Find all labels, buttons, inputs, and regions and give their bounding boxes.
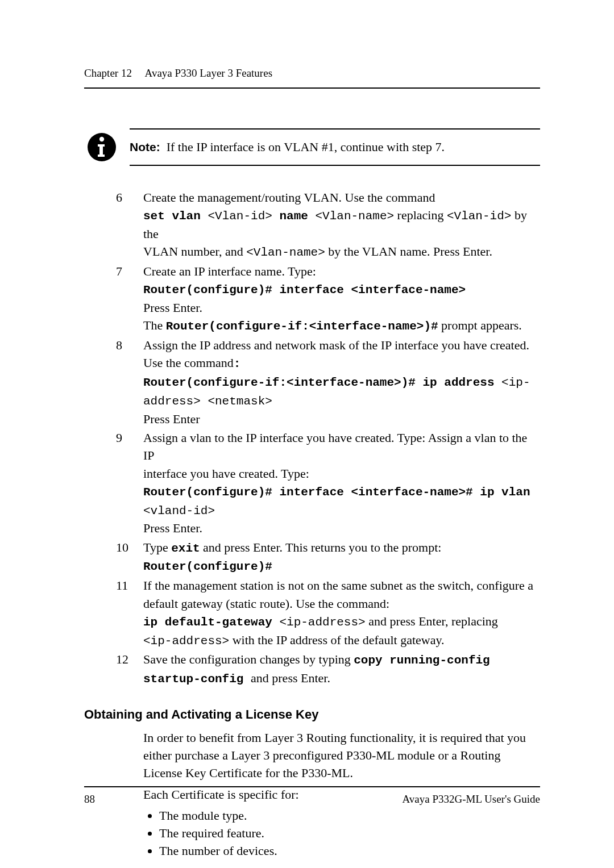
- cmd-placeholder: address> <netmask>: [143, 395, 272, 408]
- cmd-text: Router(configure)# interface <interface-…: [143, 486, 530, 499]
- list-item: The number of devices.: [159, 842, 540, 859]
- step-text: Press Enter.: [143, 301, 202, 315]
- cmd-placeholder: <ip-: [501, 376, 530, 389]
- page-footer: 88 Avaya P332G-ML User's Guide: [84, 786, 540, 806]
- cmd-text: ip default-gateway: [143, 616, 279, 629]
- page-number: 88: [84, 793, 95, 806]
- info-icon: [86, 132, 117, 162]
- cmd-placeholder: <ip-address>: [279, 616, 365, 629]
- step-text: prompt appears.: [438, 318, 522, 332]
- section-bullets: The module type. The required feature. T…: [143, 807, 540, 860]
- cmd-text: exit: [171, 542, 200, 555]
- cmd-placeholder: <Vlan-name>: [246, 246, 325, 259]
- footer-rule: [84, 786, 540, 787]
- cmd-placeholder: <vland-id>: [143, 504, 215, 518]
- svg-point-1: [99, 137, 104, 141]
- step-text: default gateway (static route). Use the …: [143, 596, 389, 611]
- step-text: by the VLAN name. Press Enter.: [325, 244, 492, 258]
- step-8: Assign the IP address and network mask o…: [116, 336, 540, 428]
- note-text: Note: If the IP interface is on VLAN #1,…: [130, 140, 445, 155]
- step-text: If the management station is not on the …: [143, 578, 533, 592]
- cmd-placeholder: <Vlan-id>: [208, 210, 272, 223]
- step-text: The: [143, 318, 166, 332]
- step-text: Assign a vlan to the IP interface you ha…: [143, 431, 527, 462]
- step-9: Assign a vlan to the IP interface you ha…: [116, 429, 540, 537]
- step-text: with the IP address of the default gatew…: [229, 633, 444, 647]
- cmd-text: name: [272, 210, 316, 223]
- step-text: and press Enter.: [251, 671, 330, 685]
- doc-title: Avaya P332G-ML User's Guide: [403, 793, 540, 806]
- step-text: VLAN number, and: [143, 244, 246, 258]
- cmd-text: Router(configure-if:<interface-name>)#: [166, 320, 438, 333]
- step-text: replacing: [394, 208, 447, 222]
- step-text: Press Enter: [143, 412, 200, 426]
- step-6: Create the management/routing VLAN. Use …: [116, 189, 540, 261]
- cmd-text: Router(configure)#: [143, 560, 272, 573]
- cmd-placeholder: <Vlan-id>: [447, 210, 511, 223]
- section-heading: Obtaining and Activating a License Key: [84, 707, 540, 722]
- step-11: If the management station is not on the …: [116, 577, 540, 649]
- step-text: Use the command: [143, 356, 234, 370]
- cmd-text: copy running-config: [354, 654, 489, 667]
- cmd-text: startup-config: [143, 673, 251, 686]
- cmd-text: :: [234, 357, 241, 370]
- note-label: Note:: [130, 140, 160, 153]
- step-text: interface you have created. Type:: [143, 466, 309, 481]
- chapter-title: Avaya P330 Layer 3 Features: [145, 67, 272, 79]
- chapter-label: Chapter 12: [84, 67, 132, 79]
- note-body: If the IP interface is on VLAN #1, conti…: [167, 140, 445, 154]
- step-10: Type exit and press Enter. This returns …: [116, 539, 540, 576]
- step-7: Create an IP interface name. Type: Route…: [116, 262, 540, 335]
- header-rule: [84, 87, 540, 89]
- steps-list: Create the management/routing VLAN. Use …: [116, 189, 540, 688]
- section-p1: In order to benefit from Layer 3 Routing…: [143, 729, 540, 782]
- running-head: Chapter 12 Avaya P330 Layer 3 Features: [84, 67, 540, 80]
- cmd-text: Router(configure-if:<interface-name>)# i…: [143, 376, 501, 389]
- list-item: The module type.: [159, 807, 540, 824]
- cmd-placeholder: <Vlan-name>: [315, 210, 394, 223]
- step-text: and press Enter, replacing: [366, 614, 498, 628]
- cmd-text: set vlan: [143, 210, 208, 223]
- section-p3: After you purchase a Routing Licence Key…: [143, 863, 540, 868]
- list-item: The required feature.: [159, 824, 540, 842]
- step-12: Save the configuration changes by typing…: [116, 650, 540, 688]
- step-text: Assign the IP address and network mask o…: [143, 338, 529, 352]
- note-block: Note: If the IP interface is on VLAN #1,…: [84, 128, 540, 166]
- step-text: Create an IP interface name. Type:: [143, 264, 316, 278]
- step-text: and press Enter. This returns you to the…: [200, 540, 442, 554]
- cmd-placeholder: <ip-address>: [143, 635, 229, 648]
- step-text: Press Enter.: [143, 521, 202, 535]
- step-text: Save the configuration changes by typing: [143, 652, 354, 666]
- note-rule-bottom: [130, 165, 540, 166]
- cmd-text: Router(configure)# interface <interface-…: [143, 283, 466, 297]
- step-text: Create the management/routing VLAN. Use …: [143, 190, 435, 205]
- step-text: Type: [143, 540, 171, 554]
